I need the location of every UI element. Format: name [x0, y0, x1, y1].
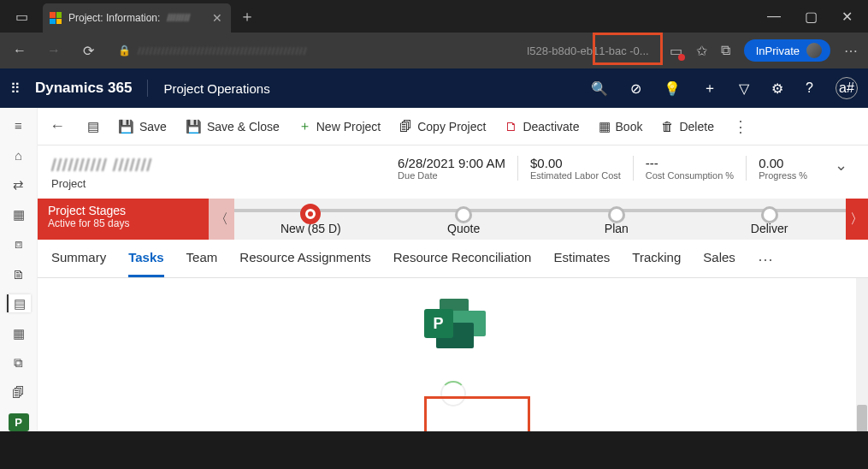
new-tab-button[interactable]: ＋	[231, 6, 263, 27]
rail-resource-icon[interactable]: ⧉	[7, 354, 31, 372]
back-record-button[interactable]: ←	[46, 117, 68, 135]
minimize-button[interactable]: —	[767, 9, 781, 25]
rail-project-icon[interactable]: ▤	[7, 294, 31, 312]
tab-overflow[interactable]: ⋯	[758, 250, 773, 277]
tab-title: Project: Information:	[68, 12, 160, 24]
stage-plan[interactable]: Plan	[540, 203, 694, 235]
stage-node-icon	[455, 206, 472, 223]
maximize-button[interactable]: ▢	[805, 9, 818, 25]
app-launcher-icon[interactable]: ⠿	[10, 80, 20, 97]
rail-schedule-icon[interactable]: ▦	[7, 324, 31, 342]
command-bar: ← ▤ 💾Save 💾Save & Close ＋New Project 🗐Co…	[38, 108, 868, 145]
tab-tasks[interactable]: Tasks	[128, 250, 163, 277]
deactivate-button[interactable]: 🗋Deactivate	[505, 119, 579, 134]
tab-resource-reconciliation[interactable]: Resource Reconciliation	[393, 250, 532, 277]
header-expand-button[interactable]: ⌄	[828, 156, 854, 175]
loading-spinner-icon	[440, 381, 466, 407]
add-icon[interactable]: ＋	[703, 80, 717, 98]
highlight-box-spinner	[424, 396, 530, 431]
tab-team[interactable]: Team	[186, 250, 218, 277]
content-panel: ← ▤ 💾Save 💾Save & Close ＋New Project 🗐Co…	[38, 108, 868, 431]
command-overflow-button[interactable]: ⋮	[733, 117, 748, 136]
tab-body: P	[38, 278, 868, 431]
record-name-redacted: ////////// ///////	[51, 156, 152, 175]
vertical-scrollbar[interactable]	[856, 278, 868, 431]
form-selector-button[interactable]: ▤	[87, 119, 99, 134]
process-flag[interactable]: Project Stages Active for 85 days	[38, 199, 209, 240]
tab-close-button[interactable]: ✕	[212, 11, 222, 25]
forward-button[interactable]: →	[41, 43, 67, 58]
browser-titlebar: ▭ Project: Information: //////// ✕ ＋ — ▢…	[0, 0, 868, 33]
entity-label: Project	[51, 177, 152, 190]
new-project-button[interactable]: ＋New Project	[298, 118, 381, 134]
inprivate-badge[interactable]: InPrivate	[744, 39, 830, 62]
process-next-button[interactable]: 〉	[846, 199, 868, 240]
rail-calendar-icon[interactable]: ▦	[7, 205, 31, 223]
tab-estimates[interactable]: Estimates	[553, 250, 610, 277]
form-tabs: Summary Tasks Team Resource Assignments …	[38, 240, 868, 278]
rail-home-icon[interactable]: ⌂	[7, 146, 31, 164]
back-button[interactable]: ←	[7, 43, 32, 58]
kpi-progress: 0.00Progress %	[746, 156, 819, 181]
copy-project-button[interactable]: 🗐Copy Project	[399, 119, 486, 134]
project-app-logo: P	[424, 299, 482, 348]
collections-icon[interactable]: ⧉	[721, 43, 730, 58]
stage-deliver[interactable]: Deliver	[693, 203, 846, 235]
kpi-cost-consumption: ---Cost Consumption %	[633, 156, 746, 181]
browser-menu-button[interactable]: ⋯	[844, 43, 858, 59]
lock-icon: 🔒	[118, 45, 131, 56]
kpi-labor-cost: $0.00Estimated Labor Cost	[517, 156, 633, 181]
browser-tab[interactable]: Project: Information: //////// ✕	[43, 3, 231, 33]
module-label[interactable]: Project Operations	[163, 81, 269, 96]
work-area: ≡ ⌂ ⇄ ▦ ⧈ 🗎 ▤ ▦ ⧉ 🗐 P ← ▤ 💾Save 💾Save & …	[0, 108, 868, 431]
tab-tracking[interactable]: Tracking	[632, 250, 681, 277]
rail-project-chip[interactable]: P	[9, 413, 29, 431]
settings-icon[interactable]: ⚙	[771, 80, 783, 97]
rail-timeline-icon[interactable]: ⇄	[7, 175, 31, 193]
url-tail: l528-b8d0-eb11-bac -0...	[527, 45, 648, 57]
lightbulb-icon[interactable]: 💡	[664, 80, 681, 97]
task-timer-icon[interactable]: ⊘	[630, 80, 641, 97]
tab-title-redacted: ////////	[167, 12, 190, 24]
address-bar[interactable]: 🔒 //////////////////////////////////////…	[109, 38, 658, 63]
brand-label[interactable]: Dynamics 365	[35, 80, 132, 97]
tab-resource-assignments[interactable]: Resource Assignments	[239, 250, 370, 277]
tab-sales[interactable]: Sales	[703, 250, 735, 277]
rail-document-icon[interactable]: 🗎	[7, 265, 31, 283]
scrollbar-thumb[interactable]	[857, 405, 867, 431]
delete-button[interactable]: 🗑Delete	[661, 119, 713, 134]
tab-manager-button[interactable]: ▭	[0, 9, 43, 25]
rail-report-icon[interactable]: 🗐	[7, 384, 31, 402]
save-button[interactable]: 💾Save	[118, 119, 167, 134]
stage-node-icon	[300, 204, 321, 224]
book-button[interactable]: ▦Book	[599, 119, 643, 134]
tab-summary[interactable]: Summary	[51, 250, 106, 277]
left-nav-rail: ≡ ⌂ ⇄ ▦ ⧈ 🗎 ▤ ▦ ⧉ 🗐 P	[0, 108, 38, 431]
header-kpis: 6/28/2021 9:00 AMDue Date $0.00Estimated…	[386, 156, 819, 181]
refresh-button[interactable]: ⟳	[75, 43, 101, 59]
stage-quote[interactable]: Quote	[387, 203, 540, 235]
kpi-due-date: 6/28/2021 9:00 AMDue Date	[386, 156, 517, 181]
favicon-ms	[50, 12, 62, 24]
process-subtitle: Active for 85 days	[48, 217, 198, 229]
rail-package-icon[interactable]: ⧈	[7, 235, 31, 253]
profile-dot	[806, 43, 822, 58]
rail-menu-icon[interactable]: ≡	[7, 116, 31, 134]
close-window-button[interactable]: ✕	[841, 9, 853, 25]
stage-node-icon	[761, 206, 778, 223]
process-prev-button[interactable]: 〈	[209, 199, 234, 240]
user-avatar[interactable]: a#	[836, 77, 858, 99]
favorites-icon[interactable]: ✩	[696, 43, 707, 59]
help-icon[interactable]: ?	[806, 80, 813, 96]
project-logo-letter: P	[424, 309, 453, 338]
search-icon[interactable]: 🔍	[591, 80, 608, 97]
inprivate-label: InPrivate	[756, 45, 800, 57]
blocked-content-icon[interactable]: ▭	[670, 43, 682, 59]
divider	[147, 80, 148, 97]
process-title: Project Stages	[48, 204, 198, 217]
record-header: ////////// /////// Project 6/28/2021 9:0…	[38, 145, 868, 195]
stage-new[interactable]: New (85 D)	[234, 203, 387, 235]
filter-icon[interactable]: ▽	[739, 80, 749, 97]
stage-node-icon	[608, 206, 625, 223]
save-close-button[interactable]: 💾Save & Close	[186, 119, 280, 134]
